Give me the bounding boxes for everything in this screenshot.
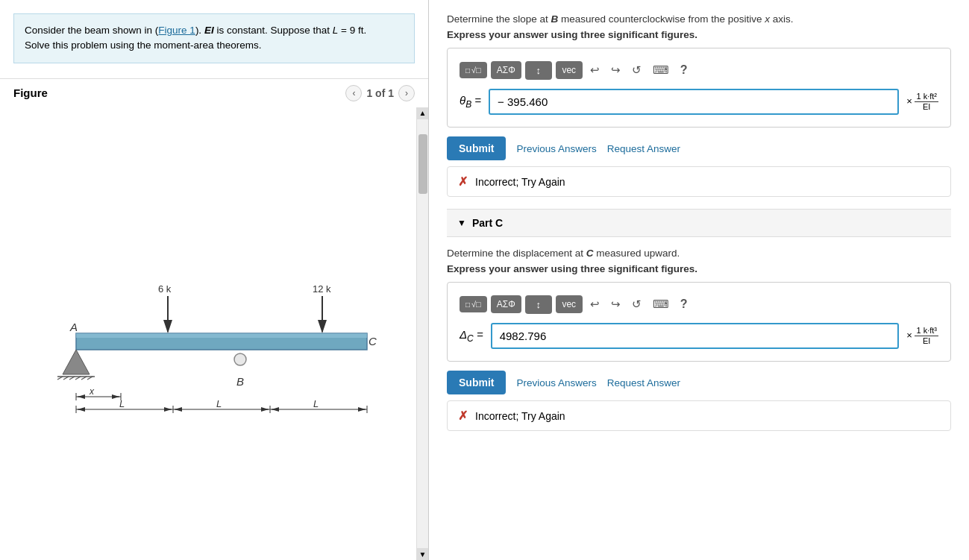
keyboard-button[interactable]: ⌨ — [649, 60, 673, 80]
svg-text:B: B — [236, 375, 244, 388]
part-c-label: Part C — [472, 217, 503, 229]
part-b-request-answer-link[interactable]: Request Answer — [607, 143, 680, 154]
part-c-chevron: ▼ — [457, 218, 466, 228]
part-c-refresh-button[interactable]: ↺ — [628, 295, 645, 314]
svg-marker-37 — [164, 407, 172, 412]
part-b-submit-row: Submit Previous Answers Request Answer — [447, 136, 951, 160]
figure-area: A B C 6 k 12 k x L — [0, 107, 428, 561]
problem-statement: Consider the beam shown in (Figure 1). E… — [13, 13, 415, 63]
part-c-vec-button[interactable]: vec — [556, 295, 583, 313]
problem-text-4: = 9 ft. — [338, 25, 366, 36]
svg-text:6 k: 6 k — [158, 283, 172, 295]
part-b-input-label: θB = — [460, 94, 481, 110]
svg-marker-49 — [112, 394, 119, 399]
part-b-prev-answers-link[interactable]: Previous Answers — [516, 143, 596, 154]
scroll-down-button[interactable]: ▼ — [417, 548, 429, 560]
svg-marker-43 — [272, 407, 279, 412]
arrow-button[interactable]: ↕ — [525, 61, 552, 80]
part-c-input-row: ΔC = × 1 k·ft³ EI — [460, 323, 938, 349]
svg-point-11 — [234, 353, 246, 365]
scroll-thumb[interactable] — [418, 134, 427, 194]
part-c-unit-denominator: EI — [921, 336, 932, 346]
svg-text:12 k: 12 k — [313, 283, 331, 295]
right-panel: Determine the slope at B measured counte… — [429, 0, 969, 560]
svg-marker-18 — [318, 320, 327, 333]
part-c-section: ▼ Part C Determine the displacement at C… — [447, 209, 951, 431]
svg-text:A: A — [69, 321, 78, 333]
part-c-answer-input[interactable] — [491, 323, 900, 349]
svg-marker-39 — [175, 407, 182, 412]
part-c-undo-button[interactable]: ↩ — [586, 295, 603, 314]
part-c-redo-button[interactable]: ↪ — [607, 295, 624, 314]
svg-rect-1 — [76, 333, 367, 338]
svg-marker-35 — [78, 407, 85, 412]
part-b-instruction-1: Determine the slope at B measured counte… — [447, 13, 951, 25]
part-c-prev-answers-link[interactable]: Previous Answers — [516, 377, 596, 388]
part-c-sig-figs: Express your answer using three signific… — [447, 263, 951, 274]
figure-link[interactable]: Figure 1 — [158, 25, 195, 36]
undo-button[interactable]: ↩ — [586, 60, 603, 80]
vec-button[interactable]: vec — [556, 61, 583, 79]
part-c-answer-area: □√□ ΑΣΦ ↕ vec ↩ ↪ ↺ ⌨ ? ΔC = — [447, 282, 951, 362]
problem-text-2: ). — [195, 25, 204, 36]
refresh-button[interactable]: ↺ — [628, 60, 645, 80]
redo-button[interactable]: ↪ — [607, 60, 624, 80]
part-b-unit-denominator: EI — [921, 102, 932, 112]
help-button[interactable]: ? — [677, 60, 692, 80]
part-b-unit-numerator: 1 k·ft² — [915, 92, 938, 102]
frac-sqrt-button[interactable]: □√□ — [460, 62, 487, 78]
part-c-frac-sqrt-button[interactable]: □√□ — [460, 296, 487, 312]
ase-button[interactable]: ΑΣΦ — [491, 61, 521, 79]
svg-text:x: x — [89, 386, 95, 397]
beam-diagram: A B C 6 k 12 k x L — [31, 236, 397, 430]
part-c-submit-row: Submit Previous Answers Request Answer — [447, 371, 951, 394]
svg-text:C: C — [369, 335, 377, 347]
part-c-incorrect-icon: ✗ — [458, 409, 468, 423]
next-figure-button[interactable]: › — [398, 85, 415, 101]
figure-header: Figure ‹ 1 of 1 › — [0, 78, 428, 107]
part-b-answer-area: □√□ ΑΣΦ ↕ vec ↩ ↪ ↺ ⌨ ? θB = — [447, 48, 951, 128]
left-panel: Consider the beam shown in (Figure 1). E… — [0, 0, 429, 560]
part-b-incorrect-text: Incorrect; Try Again — [475, 176, 565, 188]
prev-figure-button[interactable]: ‹ — [345, 85, 362, 101]
svg-text:L: L — [313, 398, 319, 409]
problem-text-1: Consider the beam shown in ( — [25, 25, 158, 36]
part-b-submit-button[interactable]: Submit — [447, 136, 506, 160]
figure-label: Figure — [13, 86, 48, 99]
problem-text-5: Solve this problem using the moment-area… — [25, 40, 261, 51]
part-c-input-label: ΔC = — [460, 328, 483, 344]
part-c-ase-button[interactable]: ΑΣΦ — [491, 295, 521, 313]
part-c-request-answer-link[interactable]: Request Answer — [607, 377, 680, 388]
part-c-arrow-button[interactable]: ↕ — [525, 295, 552, 314]
part-c-keyboard-button[interactable]: ⌨ — [649, 295, 673, 314]
part-b-incorrect-icon: ✗ — [458, 174, 468, 189]
part-c-unit: × 1 k·ft³ EI — [906, 326, 938, 346]
part-b-section: Determine the slope at B measured counte… — [447, 13, 951, 197]
part-c-submit-button[interactable]: Submit — [447, 371, 506, 394]
part-b-input-row: θB = × 1 k·ft² EI — [460, 89, 938, 115]
svg-marker-47 — [78, 394, 85, 399]
svg-marker-2 — [63, 350, 90, 374]
part-b-unit: × 1 k·ft² EI — [906, 92, 938, 112]
svg-text:L: L — [216, 398, 222, 409]
svg-text:L: L — [119, 398, 125, 409]
problem-text-3: is constant. Suppose that — [214, 25, 333, 36]
figure-scrollbar[interactable]: ▲ ▼ — [416, 107, 428, 561]
part-c-incorrect-text: Incorrect; Try Again — [475, 410, 565, 422]
part-c-toolbar: □√□ ΑΣΦ ↕ vec ↩ ↪ ↺ ⌨ ? — [460, 295, 938, 314]
part-b-toolbar: □√□ ΑΣΦ ↕ vec ↩ ↪ ↺ ⌨ ? — [460, 60, 938, 80]
figure-nav: ‹ 1 of 1 › — [345, 85, 415, 101]
part-c-incorrect-box: ✗ Incorrect; Try Again — [447, 400, 951, 431]
part-b-sig-figs: Express your answer using three signific… — [447, 29, 951, 40]
svg-marker-15 — [163, 320, 172, 333]
part-c-help-button[interactable]: ? — [677, 295, 692, 314]
part-c-unit-numerator: 1 k·ft³ — [915, 326, 938, 336]
part-c-instruction-1: Determine the displacement at C measured… — [447, 248, 951, 259]
part-b-answer-input[interactable] — [489, 89, 899, 115]
figure-page: 1 of 1 — [366, 87, 394, 99]
part-b-incorrect-box: ✗ Incorrect; Try Again — [447, 166, 951, 197]
svg-marker-41 — [261, 407, 269, 412]
scroll-up-button[interactable]: ▲ — [417, 107, 429, 119]
part-c-header[interactable]: ▼ Part C — [447, 209, 951, 237]
part-c-content: Determine the displacement at C measured… — [447, 237, 951, 431]
